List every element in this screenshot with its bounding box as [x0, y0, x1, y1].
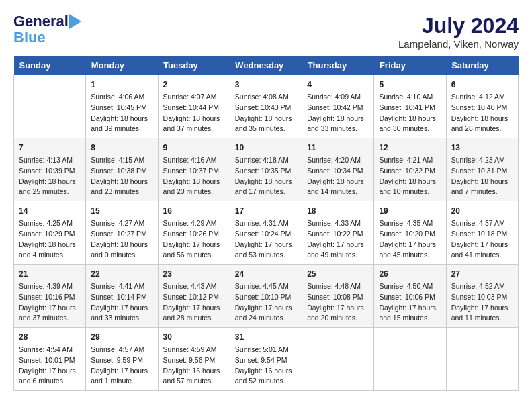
weekday-header-cell: Saturday [446, 56, 518, 75]
calendar-cell [446, 328, 518, 391]
day-info: Sunrise: 4:20 AM Sunset: 10:34 PM Daylig… [307, 155, 369, 197]
calendar-cell: 16Sunrise: 4:29 AM Sunset: 10:26 PM Dayl… [158, 201, 230, 265]
calendar-cell: 27Sunrise: 4:52 AM Sunset: 10:03 PM Dayl… [446, 265, 518, 328]
day-number: 31 [235, 331, 297, 343]
day-number: 1 [91, 79, 152, 91]
day-number: 26 [379, 268, 441, 280]
logo-text: General [13, 13, 69, 30]
day-number: 11 [307, 142, 369, 154]
day-number: 4 [307, 79, 369, 91]
calendar-table: SundayMondayTuesdayWednesdayThursdayFrid… [13, 56, 519, 391]
logo: General Blue [13, 13, 81, 46]
day-number: 9 [163, 142, 225, 154]
day-number: 12 [379, 142, 441, 154]
day-number: 5 [379, 79, 441, 91]
day-number: 14 [19, 205, 81, 217]
day-info: Sunrise: 4:06 AM Sunset: 10:45 PM Daylig… [91, 92, 152, 134]
weekday-header-cell: Tuesday [158, 56, 230, 75]
day-number: 22 [91, 268, 152, 280]
calendar-cell: 12Sunrise: 4:21 AM Sunset: 10:32 PM Dayl… [374, 138, 446, 201]
day-info: Sunrise: 4:37 AM Sunset: 10:18 PM Daylig… [451, 218, 513, 261]
day-info: Sunrise: 4:29 AM Sunset: 10:26 PM Daylig… [163, 218, 225, 261]
page-header: General Blue July 2024 Lampeland, Viken,… [13, 13, 519, 50]
calendar-cell [374, 328, 446, 391]
calendar-cell: 18Sunrise: 4:33 AM Sunset: 10:22 PM Dayl… [302, 201, 374, 265]
calendar-week-row: 14Sunrise: 4:25 AM Sunset: 10:29 PM Dayl… [14, 201, 519, 265]
weekday-header-cell: Friday [374, 56, 446, 75]
calendar-cell: 22Sunrise: 4:41 AM Sunset: 10:14 PM Dayl… [86, 265, 158, 328]
day-number: 24 [235, 268, 297, 280]
calendar-cell: 1Sunrise: 4:06 AM Sunset: 10:45 PM Dayli… [86, 75, 158, 138]
calendar-week-row: 1Sunrise: 4:06 AM Sunset: 10:45 PM Dayli… [14, 75, 519, 138]
day-number: 16 [163, 205, 225, 217]
day-info: Sunrise: 4:13 AM Sunset: 10:39 PM Daylig… [19, 155, 81, 197]
day-number: 29 [91, 331, 152, 343]
day-number: 30 [163, 331, 225, 343]
day-info: Sunrise: 4:52 AM Sunset: 10:03 PM Daylig… [451, 281, 513, 324]
day-number: 28 [19, 331, 81, 343]
calendar-cell: 15Sunrise: 4:27 AM Sunset: 10:27 PM Dayl… [86, 201, 158, 265]
day-info: Sunrise: 4:39 AM Sunset: 10:16 PM Daylig… [19, 281, 81, 324]
day-number: 10 [235, 142, 297, 154]
weekday-header-cell: Monday [86, 56, 158, 75]
day-number: 18 [307, 205, 369, 217]
calendar-cell: 11Sunrise: 4:20 AM Sunset: 10:34 PM Dayl… [302, 138, 374, 201]
day-number: 27 [451, 268, 513, 280]
calendar-week-row: 7Sunrise: 4:13 AM Sunset: 10:39 PM Dayli… [14, 138, 519, 201]
calendar-cell: 2Sunrise: 4:07 AM Sunset: 10:44 PM Dayli… [158, 75, 230, 138]
calendar-cell: 26Sunrise: 4:50 AM Sunset: 10:06 PM Dayl… [374, 265, 446, 328]
day-number: 6 [451, 79, 513, 91]
day-info: Sunrise: 4:59 AM Sunset: 9:56 PM Dayligh… [163, 345, 225, 387]
day-number: 3 [235, 79, 297, 91]
day-number: 15 [91, 205, 152, 217]
day-number: 21 [19, 268, 81, 280]
day-info: Sunrise: 4:07 AM Sunset: 10:44 PM Daylig… [163, 92, 225, 134]
day-info: Sunrise: 4:57 AM Sunset: 9:59 PM Dayligh… [91, 345, 152, 387]
calendar-week-row: 21Sunrise: 4:39 AM Sunset: 10:16 PM Dayl… [14, 265, 519, 328]
day-info: Sunrise: 4:08 AM Sunset: 10:43 PM Daylig… [235, 92, 297, 134]
calendar-cell: 5Sunrise: 4:10 AM Sunset: 10:41 PM Dayli… [374, 75, 446, 138]
calendar-cell: 6Sunrise: 4:12 AM Sunset: 10:40 PM Dayli… [446, 75, 518, 138]
day-info: Sunrise: 4:50 AM Sunset: 10:06 PM Daylig… [379, 281, 441, 324]
calendar-cell: 7Sunrise: 4:13 AM Sunset: 10:39 PM Dayli… [14, 138, 86, 201]
calendar-cell: 25Sunrise: 4:48 AM Sunset: 10:08 PM Dayl… [302, 265, 374, 328]
calendar-cell: 20Sunrise: 4:37 AM Sunset: 10:18 PM Dayl… [446, 201, 518, 265]
day-info: Sunrise: 4:10 AM Sunset: 10:41 PM Daylig… [379, 92, 441, 134]
logo-icon [69, 14, 81, 29]
calendar-week-row: 28Sunrise: 4:54 AM Sunset: 10:01 PM Dayl… [14, 328, 519, 391]
calendar-cell: 23Sunrise: 4:43 AM Sunset: 10:12 PM Dayl… [158, 265, 230, 328]
calendar-body: 1Sunrise: 4:06 AM Sunset: 10:45 PM Dayli… [14, 75, 519, 391]
calendar-cell [302, 328, 374, 391]
calendar-cell: 30Sunrise: 4:59 AM Sunset: 9:56 PM Dayli… [158, 328, 230, 391]
calendar-cell: 9Sunrise: 4:16 AM Sunset: 10:37 PM Dayli… [158, 138, 230, 201]
day-info: Sunrise: 4:09 AM Sunset: 10:42 PM Daylig… [307, 92, 369, 134]
day-info: Sunrise: 4:27 AM Sunset: 10:27 PM Daylig… [91, 218, 152, 261]
day-info: Sunrise: 4:41 AM Sunset: 10:14 PM Daylig… [91, 281, 152, 324]
calendar-cell: 24Sunrise: 4:45 AM Sunset: 10:10 PM Dayl… [230, 265, 302, 328]
day-number: 23 [163, 268, 225, 280]
day-number: 7 [19, 142, 81, 154]
weekday-header-cell: Wednesday [230, 56, 302, 75]
day-info: Sunrise: 4:15 AM Sunset: 10:38 PM Daylig… [91, 155, 152, 197]
day-number: 13 [451, 142, 513, 154]
location: Lampeland, Viken, Norway [398, 38, 519, 50]
weekday-header-cell: Sunday [14, 56, 86, 75]
day-info: Sunrise: 4:31 AM Sunset: 10:24 PM Daylig… [235, 218, 297, 261]
day-info: Sunrise: 4:25 AM Sunset: 10:29 PM Daylig… [19, 218, 81, 261]
calendar-cell: 10Sunrise: 4:18 AM Sunset: 10:35 PM Dayl… [230, 138, 302, 201]
calendar-cell: 8Sunrise: 4:15 AM Sunset: 10:38 PM Dayli… [86, 138, 158, 201]
calendar-cell: 17Sunrise: 4:31 AM Sunset: 10:24 PM Dayl… [230, 201, 302, 265]
day-info: Sunrise: 4:23 AM Sunset: 10:31 PM Daylig… [451, 155, 513, 197]
logo-text-blue: Blue [13, 30, 81, 46]
calendar-cell: 19Sunrise: 4:35 AM Sunset: 10:20 PM Dayl… [374, 201, 446, 265]
day-number: 20 [451, 205, 513, 217]
day-number: 8 [91, 142, 152, 154]
weekday-header-cell: Thursday [302, 56, 374, 75]
calendar-cell [14, 75, 86, 138]
day-info: Sunrise: 4:35 AM Sunset: 10:20 PM Daylig… [379, 218, 441, 261]
weekday-header-row: SundayMondayTuesdayWednesdayThursdayFrid… [14, 56, 519, 75]
day-info: Sunrise: 4:48 AM Sunset: 10:08 PM Daylig… [307, 281, 369, 324]
calendar-cell: 31Sunrise: 5:01 AM Sunset: 9:54 PM Dayli… [230, 328, 302, 391]
calendar-cell: 21Sunrise: 4:39 AM Sunset: 10:16 PM Dayl… [14, 265, 86, 328]
calendar-cell: 29Sunrise: 4:57 AM Sunset: 9:59 PM Dayli… [86, 328, 158, 391]
